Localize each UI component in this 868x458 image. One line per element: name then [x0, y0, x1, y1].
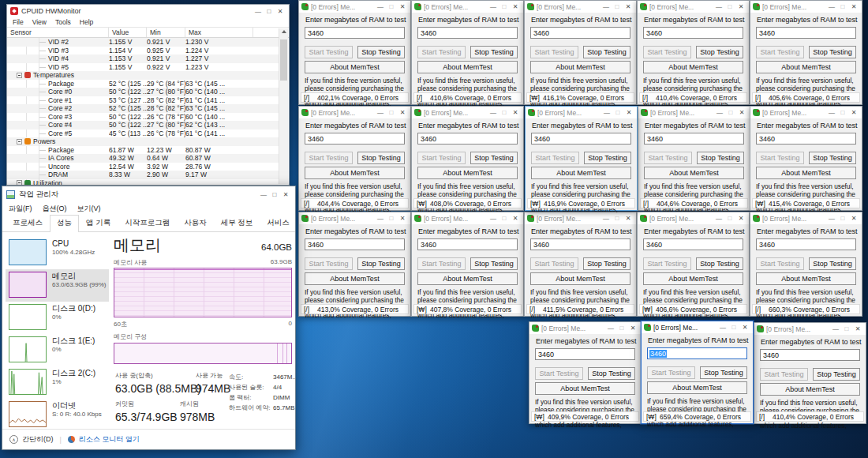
collapse-box-icon[interactable]	[17, 139, 22, 145]
hwmonitor-titlebar[interactable]: CPUID HWMonitor — □ ✕	[7, 5, 289, 17]
minimize-icon[interactable]: —	[600, 215, 612, 222]
stop-testing-button[interactable]: Stop Testing	[584, 152, 631, 164]
ram-amount-input[interactable]: 3460	[643, 27, 743, 39]
collapse-box-icon[interactable]	[17, 180, 22, 185]
about-memtest-button[interactable]: About MemTest	[643, 61, 743, 73]
ram-amount-input[interactable]: 3460	[643, 238, 743, 250]
stop-testing-button[interactable]: Stop Testing	[470, 152, 518, 164]
ram-amount-input[interactable]: 3460	[756, 133, 856, 145]
close-icon[interactable]: ✕	[510, 3, 521, 10]
memtest-titlebar[interactable]: [0 Errors] Me... — □ ✕	[412, 1, 523, 13]
memtest-titlebar[interactable]: [0 Errors] Me... — □ ✕	[638, 107, 750, 118]
column-value[interactable]: Value	[109, 28, 147, 37]
sensor-row[interactable]: Core #0 50 °C (122 ... 27 °C (80 °F) 60 …	[7, 88, 279, 96]
about-memtest-button[interactable]: About MemTest	[643, 272, 743, 285]
tab-startup[interactable]: 시작프로그램	[118, 215, 177, 231]
close-icon[interactable]: ✕	[852, 325, 863, 332]
sensor-group-row[interactable]: Temperatures	[7, 71, 279, 80]
ram-amount-input[interactable]: 3460	[417, 238, 518, 250]
close-icon[interactable]: ✕	[739, 324, 750, 331]
fewer-details-button[interactable]: 간단히(D)	[22, 434, 54, 445]
stop-testing-button[interactable]: Stop Testing	[357, 46, 405, 58]
ram-amount-input[interactable]: 3460	[530, 238, 630, 250]
memtest-titlebar[interactable]: [0 Errors] Me... — □ ✕	[750, 1, 862, 13]
task-manager-titlebar[interactable]: 작업 관리자 — □ ✕	[2, 186, 295, 202]
sensor-row[interactable]: VID #5 1.155 V 0.922 V 1.223 V	[7, 63, 279, 72]
menu-file[interactable]: File	[13, 18, 24, 26]
tab-details[interactable]: 세부 정보	[214, 215, 260, 231]
sensor-row[interactable]: VID #2 1.155 V 0.921 V 1.230 V	[7, 38, 279, 47]
close-icon[interactable]: ✕	[623, 109, 634, 116]
ram-amount-input[interactable]: 3460	[531, 133, 631, 145]
open-resource-monitor-link[interactable]: 리소스 모니터 열기	[68, 434, 140, 445]
sidebar-item-disk1[interactable]: 디스크 1(E:)0%	[6, 334, 109, 366]
about-memtest-button[interactable]: About MemTest	[535, 382, 635, 395]
collapse-icon[interactable]: ∧	[9, 435, 18, 444]
about-memtest-button[interactable]: About MemTest	[417, 167, 518, 179]
minimize-icon[interactable]: —	[488, 3, 499, 10]
sensor-row[interactable]: Core #5 45 °C (113 ... 26 °C (78 °F) 61 …	[7, 130, 279, 138]
close-icon[interactable]: ✕	[397, 109, 408, 116]
minimize-icon[interactable]: —	[826, 215, 837, 222]
about-memtest-button[interactable]: About MemTest	[531, 167, 631, 179]
close-icon[interactable]: ✕	[735, 215, 746, 222]
column-max[interactable]: Max	[185, 28, 253, 37]
about-memtest-button[interactable]: About MemTest	[417, 272, 518, 285]
memtest-titlebar[interactable]: [0 Errors] Me... — □ ✕	[299, 1, 410, 13]
minimize-icon[interactable]: —	[713, 3, 724, 10]
memtest-titlebar[interactable]: [0 Errors] Me... — □ ✕	[529, 322, 641, 334]
about-memtest-button[interactable]: About MemTest	[756, 167, 856, 179]
minimize-icon[interactable]: —	[826, 109, 837, 116]
ram-amount-input[interactable]: 3460	[535, 348, 635, 360]
about-memtest-button[interactable]: About MemTest	[756, 61, 856, 73]
stop-testing-button[interactable]: Stop Testing	[696, 257, 743, 270]
minimize-icon[interactable]: —	[605, 325, 616, 332]
collapse-box-icon[interactable]	[17, 73, 22, 78]
sensor-row[interactable]: Core #3 50 °C (122 ... 26 °C (78 °F) 60 …	[7, 113, 279, 122]
scrollbar-thumb[interactable]	[280, 39, 287, 81]
minimize-icon[interactable]: —	[826, 3, 837, 10]
memtest-titlebar[interactable]: [0 Errors] Me... — □ ✕	[412, 212, 523, 224]
about-memtest-button[interactable]: About MemTest	[530, 272, 630, 285]
about-memtest-button[interactable]: About MemTest	[644, 167, 744, 179]
ram-amount-input[interactable]: 3460	[760, 349, 860, 361]
close-icon[interactable]: ✕	[848, 215, 859, 222]
memory-composition-bar[interactable]	[114, 343, 292, 364]
memtest-titlebar[interactable]: [0 Errors] Me... — □ ✕	[638, 1, 749, 13]
memtest-titlebar[interactable]: [0 Errors] Me... — □ ✕	[754, 323, 866, 335]
stop-testing-button[interactable]: Stop Testing	[357, 257, 405, 270]
minimize-icon[interactable]: —	[713, 215, 724, 222]
stop-testing-button[interactable]: Stop Testing	[813, 368, 860, 381]
tab-app-history[interactable]: 앱 기록	[79, 215, 118, 231]
stop-testing-button[interactable]: Stop Testing	[470, 46, 518, 58]
close-icon[interactable]: ✕	[627, 325, 638, 332]
about-memtest-button[interactable]: About MemTest	[305, 272, 405, 285]
stop-testing-button[interactable]: Stop Testing	[470, 257, 518, 270]
sensor-row[interactable]: Core #4 50 °C (122 ... 27 °C (80 °F) 62 …	[7, 121, 279, 130]
about-memtest-button[interactable]: About MemTest	[417, 61, 518, 73]
stop-testing-button[interactable]: Stop Testing	[588, 367, 635, 380]
sensor-row[interactable]: Core #1 53 °C (127 ... 28 °C (82 °F) 61 …	[7, 96, 279, 105]
minimize-icon[interactable]: —	[600, 3, 612, 10]
ram-amount-input[interactable]: 3460	[644, 133, 744, 145]
close-icon[interactable]: ✕	[280, 191, 291, 198]
memtest-titlebar[interactable]: [0 Errors] Me... — □ ✕	[525, 1, 636, 13]
minimize-icon[interactable]: —	[717, 324, 728, 331]
stop-testing-button[interactable]: Stop Testing	[809, 46, 856, 58]
menu-options[interactable]: 옵션(O)	[43, 204, 67, 214]
ram-amount-input[interactable]: 3460	[305, 27, 405, 39]
stop-testing-button[interactable]: Stop Testing	[809, 257, 856, 270]
tab-processes[interactable]: 프로세스	[6, 215, 50, 231]
tab-performance[interactable]: 성능	[50, 215, 79, 232]
sensor-row[interactable]: Core #2 52 °C (125 ... 28 °C (82 °F) 63 …	[7, 104, 279, 113]
minimize-icon[interactable]: —	[601, 109, 612, 116]
stop-testing-button[interactable]: Stop Testing	[696, 46, 743, 58]
memtest-titlebar[interactable]: [0 Errors] Me... — □ ✕	[750, 212, 862, 224]
minimize-icon[interactable]: —	[488, 109, 499, 116]
close-icon[interactable]: ✕	[848, 109, 859, 116]
close-icon[interactable]: ✕	[623, 215, 634, 222]
about-memtest-button[interactable]: About MemTest	[305, 167, 405, 179]
hwmonitor-scrollbar[interactable]	[279, 28, 288, 184]
sidebar-item-disk0[interactable]: 디스크 0(D:)0%	[6, 302, 109, 334]
menu-help[interactable]: Help	[80, 18, 93, 26]
